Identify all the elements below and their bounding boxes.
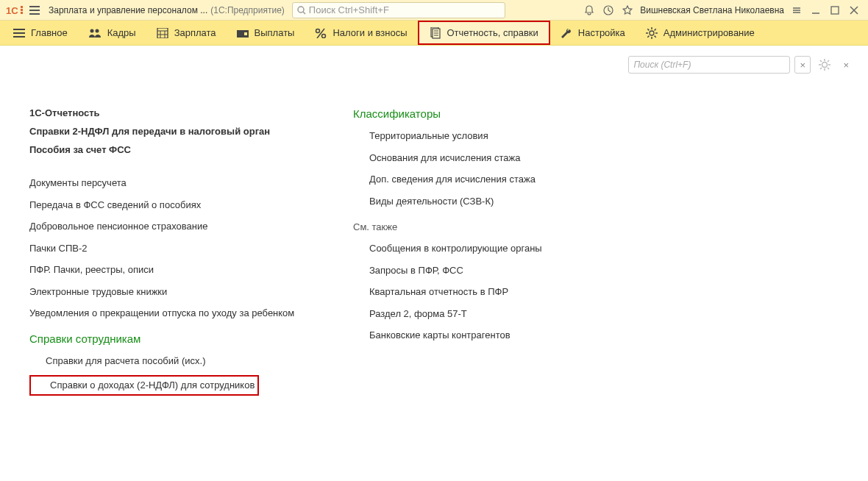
menu-payments[interactable]: Выплаты	[227, 21, 305, 45]
content-area: Поиск (Ctrl+F) × × 1С-Отчетность Справки…	[0, 46, 868, 481]
list-icon	[13, 28, 25, 38]
app-title: Зарплата и управление персоналом ...	[49, 5, 207, 15]
svg-rect-8	[244, 32, 247, 35]
section-classifiers: Классификаторы	[353, 107, 647, 120]
menu-settings-label: Настройка	[578, 27, 625, 38]
link-spv2[interactable]: Пачки СПВ-2	[29, 241, 324, 256]
link-pfr-packs[interactable]: ПФР. Пачки, реестры, описи	[29, 263, 324, 277]
menu-taxes-label: Налоги и взносы	[332, 27, 407, 38]
panel-search-placeholder: Поиск (Ctrl+F)	[633, 60, 691, 70]
link-2ndfl-employees[interactable]: Справки о доходах (2-НДФЛ) для сотрудник…	[34, 378, 255, 393]
menu-personnel-label: Кадры	[107, 27, 136, 38]
main-menu: Главное Кадры Зарплата Выплаты Налоги и …	[0, 21, 868, 46]
panel-close-icon[interactable]: ×	[839, 60, 853, 71]
star-icon[interactable]	[618, 1, 637, 19]
people-icon	[88, 28, 102, 38]
link-leave-termination-notices[interactable]: Уведомления о прекращении отпуска по ухо…	[29, 306, 324, 321]
window-minimize-icon[interactable]	[806, 1, 825, 19]
history-icon[interactable]	[599, 1, 618, 19]
current-user[interactable]: Вишневская Светлана Николаевна	[640, 5, 784, 15]
gear-icon	[646, 27, 658, 39]
link-additional-record-info[interactable]: Доп. сведения для исчисления стажа	[353, 172, 647, 187]
global-search-placeholder: Поиск Ctrl+Shift+F	[309, 4, 389, 15]
global-search-input[interactable]: Поиск Ctrl+Shift+F	[292, 2, 505, 18]
app-logo-1c: 1С	[4, 3, 25, 18]
bell-icon[interactable]	[580, 1, 599, 19]
menu-settings[interactable]: Настройка	[550, 21, 636, 45]
link-pfr-fss-requests[interactable]: Запросы в ПФР, ФСС	[353, 263, 647, 278]
menu-administration-label: Администрирование	[664, 27, 755, 38]
highlighted-link-wrapper: Справки о доходах (2-НДФЛ) для сотрудник…	[29, 375, 259, 396]
documents-icon	[430, 27, 441, 39]
link-benefit-calc-certs[interactable]: Справки для расчета пособий (исх.)	[29, 354, 324, 368]
menu-reports-label: Отчетность, справки	[447, 27, 538, 38]
menu-reports[interactable]: Отчетность, справки	[418, 21, 550, 45]
app-suffix: (1С:Предприятие)	[210, 5, 285, 15]
svg-point-14	[822, 63, 828, 68]
link-territorial-conditions[interactable]: Территориальные условия	[353, 129, 647, 143]
percent-icon	[315, 28, 327, 38]
menu-main-label: Главное	[31, 27, 68, 38]
right-column: Классификаторы Территориальные условия О…	[353, 107, 647, 396]
link-regulator-messages[interactable]: Сообщения в контролирующие органы	[353, 241, 647, 256]
link-bank-cards[interactable]: Банковские карты контрагентов	[353, 328, 647, 343]
panel-toolbar: Поиск (Ctrl+F) × ×	[628, 56, 853, 74]
search-icon	[297, 6, 306, 15]
see-also-heading: См. также	[353, 221, 647, 232]
menu-salary[interactable]: Зарплата	[146, 21, 227, 45]
svg-point-13	[650, 31, 654, 35]
link-service-record-basis[interactable]: Основания для исчисления стажа	[353, 151, 647, 165]
svg-rect-3	[831, 7, 839, 14]
svg-point-1	[298, 7, 304, 13]
wrench-icon	[561, 28, 572, 38]
menu-salary-label: Зарплата	[174, 27, 216, 38]
link-2ndfl-tax[interactable]: Справки 2-НДФЛ для передачи в налоговый …	[29, 126, 324, 137]
link-voluntary-pension[interactable]: Добровольное пенсионное страхование	[29, 219, 324, 234]
window-close-icon[interactable]	[844, 1, 864, 19]
svg-point-9	[316, 29, 320, 32]
menu-payments-label: Выплаты	[255, 27, 295, 38]
titlebar: 1С Зарплата и управление персоналом ... …	[0, 0, 868, 21]
panel-search-input[interactable]: Поиск (Ctrl+F)	[628, 56, 790, 74]
calculator-icon	[157, 28, 168, 38]
section-employee-certificates: Справки сотрудникам	[29, 332, 324, 345]
svg-text:1С: 1С	[6, 5, 18, 16]
link-electronic-labor-books[interactable]: Электронные трудовые книжки	[29, 285, 324, 299]
menu-personnel[interactable]: Кадры	[78, 21, 146, 45]
panel-search-clear-button[interactable]: ×	[794, 56, 811, 74]
link-fss-benefits[interactable]: Пособия за счет ФСС	[29, 144, 324, 155]
link-persuchet-docs[interactable]: Документы персучета	[29, 176, 324, 190]
link-1c-reporting[interactable]: 1С-Отчетность	[29, 107, 324, 118]
wallet-icon	[237, 28, 249, 38]
svg-rect-6	[157, 28, 168, 38]
svg-point-5	[95, 29, 99, 32]
hamburger-icon[interactable]	[25, 1, 44, 19]
svg-point-4	[90, 29, 93, 32]
menu-main[interactable]: Главное	[3, 21, 78, 45]
user-options-icon[interactable]	[787, 1, 806, 19]
svg-point-10	[322, 34, 326, 38]
left-column: 1С-Отчетность Справки 2-НДФЛ для передач…	[29, 107, 324, 396]
link-form-57t[interactable]: Раздел 2, форма 57-Т	[353, 307, 647, 321]
window-maximize-icon[interactable]	[825, 1, 844, 19]
link-activity-types-szvk[interactable]: Виды деятельности (СЗВ-К)	[353, 194, 647, 209]
link-pfr-quarterly[interactable]: Квартальная отчетность в ПФР	[353, 285, 647, 299]
panel-settings-icon[interactable]	[815, 56, 834, 74]
menu-taxes[interactable]: Налоги и взносы	[305, 21, 417, 45]
link-fss-transfer[interactable]: Передача в ФСС сведений о пособиях	[29, 198, 324, 213]
menu-administration[interactable]: Администрирование	[636, 21, 765, 45]
